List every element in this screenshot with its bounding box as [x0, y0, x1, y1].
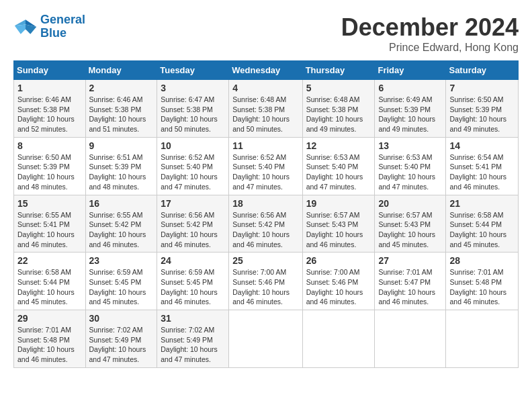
day-number: 14 [449, 140, 515, 151]
day-number: 29 [17, 313, 82, 324]
calendar-row: 15 Sunrise: 6:55 AMSunset: 5:41 PMDaylig… [14, 195, 519, 253]
col-sunday: Sunday [14, 61, 86, 80]
day-cell-18: 18 Sunrise: 6:56 AMSunset: 5:42 PMDaylig… [229, 195, 302, 253]
day-cell-13: 13 Sunrise: 6:53 AMSunset: 5:40 PMDaylig… [375, 137, 446, 195]
day-cell-24: 24 Sunrise: 6:59 AMSunset: 5:45 PMDaylig… [157, 253, 229, 310]
day-number: 2 [89, 83, 154, 93]
day-cell-12: 12 Sunrise: 6:53 AMSunset: 5:40 PMDaylig… [302, 137, 375, 195]
empty-cell [302, 310, 375, 368]
day-cell-22: 22 Sunrise: 6:58 AMSunset: 5:44 PMDaylig… [14, 253, 86, 310]
day-info: Sunrise: 7:02 AMSunset: 5:49 PMDaylight:… [89, 325, 154, 365]
day-cell-26: 26 Sunrise: 7:00 AMSunset: 5:46 PMDaylig… [302, 253, 375, 310]
day-info: Sunrise: 6:59 AMSunset: 5:45 PMDaylight:… [89, 267, 154, 307]
day-cell-10: 10 Sunrise: 6:52 AMSunset: 5:40 PMDaylig… [157, 137, 229, 195]
day-info: Sunrise: 6:51 AMSunset: 5:39 PMDaylight:… [89, 152, 154, 192]
calendar-row: 8 Sunrise: 6:50 AMSunset: 5:39 PMDayligh… [14, 137, 519, 195]
day-number: 5 [306, 83, 371, 93]
day-cell-6: 6 Sunrise: 6:49 AMSunset: 5:39 PMDayligh… [375, 80, 446, 138]
day-number: 11 [232, 140, 298, 151]
day-cell-17: 17 Sunrise: 6:56 AMSunset: 5:42 PMDaylig… [157, 195, 229, 253]
location: Prince Edward, Hong Kong [341, 42, 519, 54]
day-cell-9: 9 Sunrise: 6:51 AMSunset: 5:39 PMDayligh… [85, 137, 157, 195]
day-cell-4: 4 Sunrise: 6:48 AMSunset: 5:38 PMDayligh… [229, 80, 302, 138]
day-info: Sunrise: 7:00 AMSunset: 5:46 PMDaylight:… [306, 267, 371, 307]
day-cell-16: 16 Sunrise: 6:55 AMSunset: 5:42 PMDaylig… [85, 195, 157, 253]
day-info: Sunrise: 6:58 AMSunset: 5:44 PMDaylight:… [449, 210, 515, 250]
empty-cell [229, 310, 302, 368]
day-cell-3: 3 Sunrise: 6:47 AMSunset: 5:38 PMDayligh… [157, 80, 229, 138]
day-info: Sunrise: 6:57 AMSunset: 5:43 PMDaylight:… [306, 210, 371, 250]
calendar-header-row: Sunday Monday Tuesday Wednesday Thursday… [14, 61, 519, 80]
day-number: 9 [89, 140, 154, 151]
page-header: General Blue December 2024 Prince Edward… [13, 13, 519, 54]
day-cell-27: 27 Sunrise: 7:01 AMSunset: 5:47 PMDaylig… [375, 253, 446, 310]
calendar-row: 1 Sunrise: 6:46 AMSunset: 5:38 PMDayligh… [14, 80, 519, 138]
day-number: 8 [17, 140, 82, 151]
day-info: Sunrise: 7:02 AMSunset: 5:49 PMDaylight:… [161, 325, 225, 365]
day-info: Sunrise: 7:01 AMSunset: 5:48 PMDaylight:… [449, 267, 515, 307]
day-info: Sunrise: 6:58 AMSunset: 5:44 PMDaylight:… [17, 267, 82, 307]
calendar-row: 29 Sunrise: 7:01 AMSunset: 5:48 PMDaylig… [14, 310, 519, 368]
day-number: 27 [378, 255, 442, 266]
day-cell-8: 8 Sunrise: 6:50 AMSunset: 5:39 PMDayligh… [14, 137, 86, 195]
day-cell-28: 28 Sunrise: 7:01 AMSunset: 5:48 PMDaylig… [446, 253, 519, 310]
day-info: Sunrise: 7:00 AMSunset: 5:46 PMDaylight:… [232, 267, 298, 307]
day-info: Sunrise: 6:49 AMSunset: 5:39 PMDaylight:… [378, 95, 442, 134]
day-number: 17 [161, 198, 225, 209]
col-saturday: Saturday [446, 61, 519, 80]
day-number: 7 [449, 83, 515, 93]
day-info: Sunrise: 6:48 AMSunset: 5:38 PMDaylight:… [306, 95, 371, 134]
col-monday: Monday [85, 61, 157, 80]
col-friday: Friday [375, 61, 446, 80]
day-number: 6 [378, 83, 442, 93]
col-tuesday: Tuesday [157, 61, 229, 80]
logo-line1: General [40, 13, 85, 26]
logo-line2: Blue [40, 26, 66, 40]
day-info: Sunrise: 6:48 AMSunset: 5:38 PMDaylight:… [232, 95, 298, 134]
day-number: 3 [161, 83, 225, 93]
day-info: Sunrise: 6:59 AMSunset: 5:45 PMDaylight:… [161, 267, 225, 307]
day-number: 31 [161, 313, 225, 324]
day-info: Sunrise: 6:54 AMSunset: 5:41 PMDaylight:… [449, 152, 515, 192]
day-number: 30 [89, 313, 154, 324]
day-info: Sunrise: 6:53 AMSunset: 5:40 PMDaylight:… [306, 152, 371, 192]
day-info: Sunrise: 6:56 AMSunset: 5:42 PMDaylight:… [161, 210, 225, 250]
logo: General Blue [13, 13, 85, 40]
day-info: Sunrise: 6:55 AMSunset: 5:41 PMDaylight:… [17, 210, 82, 250]
day-number: 16 [89, 198, 154, 209]
day-cell-1: 1 Sunrise: 6:46 AMSunset: 5:38 PMDayligh… [14, 80, 86, 138]
day-info: Sunrise: 6:56 AMSunset: 5:42 PMDaylight:… [232, 210, 298, 250]
day-info: Sunrise: 7:01 AMSunset: 5:48 PMDaylight:… [17, 325, 82, 365]
day-number: 4 [232, 83, 298, 93]
day-number: 26 [306, 255, 371, 266]
month-title: December 2024 [341, 13, 519, 42]
day-info: Sunrise: 6:53 AMSunset: 5:40 PMDaylight:… [378, 152, 442, 192]
calendar-row: 22 Sunrise: 6:58 AMSunset: 5:44 PMDaylig… [14, 253, 519, 310]
day-number: 18 [232, 198, 298, 209]
col-wednesday: Wednesday [229, 61, 302, 80]
day-number: 20 [378, 198, 442, 209]
day-cell-7: 7 Sunrise: 6:50 AMSunset: 5:39 PMDayligh… [446, 80, 519, 138]
day-number: 28 [449, 255, 515, 266]
day-info: Sunrise: 6:46 AMSunset: 5:38 PMDaylight:… [17, 95, 82, 134]
day-cell-25: 25 Sunrise: 7:00 AMSunset: 5:46 PMDaylig… [229, 253, 302, 310]
calendar-table: Sunday Monday Tuesday Wednesday Thursday… [13, 60, 519, 368]
day-cell-29: 29 Sunrise: 7:01 AMSunset: 5:48 PMDaylig… [14, 310, 86, 368]
day-cell-30: 30 Sunrise: 7:02 AMSunset: 5:49 PMDaylig… [85, 310, 157, 368]
day-cell-21: 21 Sunrise: 6:58 AMSunset: 5:44 PMDaylig… [446, 195, 519, 253]
day-info: Sunrise: 6:55 AMSunset: 5:42 PMDaylight:… [89, 210, 154, 250]
day-cell-5: 5 Sunrise: 6:48 AMSunset: 5:38 PMDayligh… [302, 80, 375, 138]
day-info: Sunrise: 6:47 AMSunset: 5:38 PMDaylight:… [161, 95, 225, 134]
day-cell-19: 19 Sunrise: 6:57 AMSunset: 5:43 PMDaylig… [302, 195, 375, 253]
day-number: 23 [89, 255, 154, 266]
day-cell-15: 15 Sunrise: 6:55 AMSunset: 5:41 PMDaylig… [14, 195, 86, 253]
day-number: 12 [306, 140, 371, 151]
day-number: 25 [232, 255, 298, 266]
day-info: Sunrise: 6:57 AMSunset: 5:43 PMDaylight:… [378, 210, 442, 250]
svg-marker-3 [15, 24, 26, 34]
day-info: Sunrise: 7:01 AMSunset: 5:47 PMDaylight:… [378, 267, 442, 307]
empty-cell [375, 310, 446, 368]
day-info: Sunrise: 6:46 AMSunset: 5:38 PMDaylight:… [89, 95, 154, 134]
day-number: 10 [161, 140, 225, 151]
day-cell-2: 2 Sunrise: 6:46 AMSunset: 5:38 PMDayligh… [85, 80, 157, 138]
